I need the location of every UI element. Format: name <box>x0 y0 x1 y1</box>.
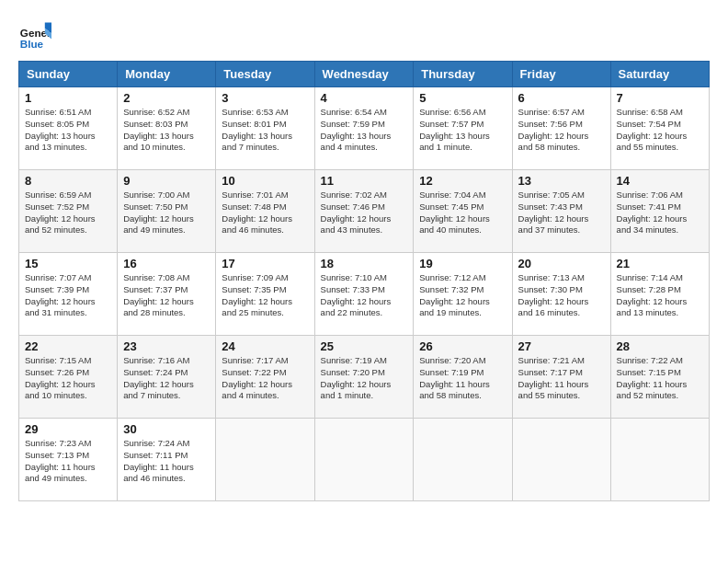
day-info: Sunrise: 6:56 AM Sunset: 7:57 PM Dayligh… <box>419 107 506 154</box>
day-number: 25 <box>321 339 408 353</box>
day-info: Sunrise: 7:10 AM Sunset: 7:33 PM Dayligh… <box>321 272 408 319</box>
day-number: 13 <box>518 174 605 188</box>
day-info: Sunrise: 6:58 AM Sunset: 7:54 PM Dayligh… <box>617 107 703 154</box>
day-info: Sunrise: 7:17 AM Sunset: 7:22 PM Dayligh… <box>222 355 308 402</box>
day-number: 19 <box>419 257 506 270</box>
day-info: Sunrise: 7:21 AM Sunset: 7:17 PM Dayligh… <box>518 355 605 402</box>
day-info: Sunrise: 6:57 AM Sunset: 7:56 PM Dayligh… <box>518 107 605 154</box>
day-info: Sunrise: 7:24 AM Sunset: 7:11 PM Dayligh… <box>123 438 210 485</box>
calendar-cell: 29Sunrise: 7:23 AM Sunset: 7:13 PM Dayli… <box>19 419 118 501</box>
calendar-cell: 11Sunrise: 7:02 AM Sunset: 7:46 PM Dayli… <box>314 170 414 253</box>
calendar-cell: 18Sunrise: 7:10 AM Sunset: 7:33 PM Dayli… <box>314 253 414 336</box>
calendar-cell: 23Sunrise: 7:16 AM Sunset: 7:24 PM Dayli… <box>118 336 216 419</box>
day-info: Sunrise: 7:13 AM Sunset: 7:30 PM Dayligh… <box>518 272 605 319</box>
day-number: 1 <box>25 91 111 105</box>
calendar-cell: 3Sunrise: 6:53 AM Sunset: 8:01 PM Daylig… <box>216 87 314 170</box>
day-header-wednesday: Wednesday <box>314 62 414 87</box>
day-info: Sunrise: 7:04 AM Sunset: 7:45 PM Dayligh… <box>419 190 506 236</box>
day-number: 12 <box>419 174 506 188</box>
calendar-body: 1Sunrise: 6:51 AM Sunset: 8:05 PM Daylig… <box>19 87 710 501</box>
calendar-week-3: 15Sunrise: 7:07 AM Sunset: 7:39 PM Dayli… <box>19 253 710 336</box>
day-info: Sunrise: 6:54 AM Sunset: 7:59 PM Dayligh… <box>321 107 408 154</box>
calendar-cell: 14Sunrise: 7:06 AM Sunset: 7:41 PM Dayli… <box>610 170 709 253</box>
day-info: Sunrise: 7:22 AM Sunset: 7:15 PM Dayligh… <box>617 355 703 402</box>
day-info: Sunrise: 7:20 AM Sunset: 7:19 PM Dayligh… <box>419 355 506 402</box>
calendar-week-5: 29Sunrise: 7:23 AM Sunset: 7:13 PM Dayli… <box>19 419 710 501</box>
day-number: 11 <box>321 174 408 188</box>
day-header-friday: Friday <box>512 62 610 87</box>
day-number: 14 <box>617 174 703 188</box>
calendar-cell <box>314 419 414 501</box>
day-info: Sunrise: 7:16 AM Sunset: 7:24 PM Dayligh… <box>123 355 210 402</box>
day-number: 15 <box>25 257 111 270</box>
day-info: Sunrise: 7:23 AM Sunset: 7:13 PM Dayligh… <box>25 438 111 485</box>
day-number: 20 <box>518 257 605 270</box>
day-number: 24 <box>222 339 308 353</box>
day-number: 23 <box>123 339 210 353</box>
calendar-cell: 10Sunrise: 7:01 AM Sunset: 7:48 PM Dayli… <box>216 170 314 253</box>
calendar-cell: 30Sunrise: 7:24 AM Sunset: 7:11 PM Dayli… <box>118 419 216 501</box>
calendar-cell: 7Sunrise: 6:58 AM Sunset: 7:54 PM Daylig… <box>610 87 709 170</box>
day-info: Sunrise: 6:53 AM Sunset: 8:01 PM Dayligh… <box>222 107 308 154</box>
day-number: 5 <box>419 91 506 105</box>
calendar-cell: 20Sunrise: 7:13 AM Sunset: 7:30 PM Dayli… <box>512 253 610 336</box>
calendar-cell <box>512 419 610 501</box>
day-info: Sunrise: 6:51 AM Sunset: 8:05 PM Dayligh… <box>25 107 111 154</box>
calendar-cell: 15Sunrise: 7:07 AM Sunset: 7:39 PM Dayli… <box>19 253 118 336</box>
calendar-cell: 19Sunrise: 7:12 AM Sunset: 7:32 PM Dayli… <box>414 253 512 336</box>
day-number: 7 <box>617 91 703 105</box>
calendar-cell <box>216 419 314 501</box>
day-info: Sunrise: 7:19 AM Sunset: 7:20 PM Dayligh… <box>321 355 408 402</box>
day-info: Sunrise: 7:15 AM Sunset: 7:26 PM Dayligh… <box>25 355 111 402</box>
calendar-cell: 5Sunrise: 6:56 AM Sunset: 7:57 PM Daylig… <box>414 87 512 170</box>
day-info: Sunrise: 7:08 AM Sunset: 7:37 PM Dayligh… <box>123 272 210 319</box>
day-number: 9 <box>123 174 210 188</box>
calendar-cell: 22Sunrise: 7:15 AM Sunset: 7:26 PM Dayli… <box>19 336 118 419</box>
day-number: 18 <box>321 257 408 270</box>
calendar-cell <box>414 419 512 501</box>
day-number: 8 <box>25 174 111 188</box>
day-number: 10 <box>222 174 308 188</box>
calendar-cell: 16Sunrise: 7:08 AM Sunset: 7:37 PM Dayli… <box>118 253 216 336</box>
day-info: Sunrise: 7:06 AM Sunset: 7:41 PM Dayligh… <box>617 190 703 236</box>
calendar-cell: 17Sunrise: 7:09 AM Sunset: 7:35 PM Dayli… <box>216 253 314 336</box>
day-number: 27 <box>518 339 605 353</box>
calendar-cell: 8Sunrise: 6:59 AM Sunset: 7:52 PM Daylig… <box>19 170 118 253</box>
day-number: 29 <box>25 422 111 436</box>
day-number: 30 <box>123 422 210 436</box>
calendar-table: SundayMondayTuesdayWednesdayThursdayFrid… <box>18 61 710 501</box>
day-info: Sunrise: 7:09 AM Sunset: 7:35 PM Dayligh… <box>222 272 308 319</box>
calendar-cell: 9Sunrise: 7:00 AM Sunset: 7:50 PM Daylig… <box>118 170 216 253</box>
calendar-cell: 13Sunrise: 7:05 AM Sunset: 7:43 PM Dayli… <box>512 170 610 253</box>
day-number: 2 <box>123 91 210 105</box>
calendar-cell: 2Sunrise: 6:52 AM Sunset: 8:03 PM Daylig… <box>118 87 216 170</box>
day-info: Sunrise: 7:12 AM Sunset: 7:32 PM Dayligh… <box>419 272 506 319</box>
calendar-cell: 21Sunrise: 7:14 AM Sunset: 7:28 PM Dayli… <box>610 253 709 336</box>
calendar-cell: 25Sunrise: 7:19 AM Sunset: 7:20 PM Dayli… <box>314 336 414 419</box>
day-info: Sunrise: 6:59 AM Sunset: 7:52 PM Dayligh… <box>25 190 111 236</box>
calendar-cell <box>610 419 709 501</box>
day-header-saturday: Saturday <box>610 62 709 87</box>
logo-icon: General Blue <box>18 18 51 52</box>
day-number: 6 <box>518 91 605 105</box>
day-info: Sunrise: 7:07 AM Sunset: 7:39 PM Dayligh… <box>25 272 111 319</box>
calendar-header-row: SundayMondayTuesdayWednesdayThursdayFrid… <box>19 62 710 87</box>
day-number: 28 <box>617 339 703 353</box>
calendar-cell: 27Sunrise: 7:21 AM Sunset: 7:17 PM Dayli… <box>512 336 610 419</box>
day-info: Sunrise: 7:05 AM Sunset: 7:43 PM Dayligh… <box>518 190 605 236</box>
svg-text:Blue: Blue <box>20 38 44 50</box>
calendar-week-4: 22Sunrise: 7:15 AM Sunset: 7:26 PM Dayli… <box>19 336 710 419</box>
calendar-cell: 4Sunrise: 6:54 AM Sunset: 7:59 PM Daylig… <box>314 87 414 170</box>
day-number: 16 <box>123 257 210 270</box>
day-number: 22 <box>25 339 111 353</box>
day-header-thursday: Thursday <box>414 62 512 87</box>
day-header-sunday: Sunday <box>19 62 118 87</box>
calendar-cell: 26Sunrise: 7:20 AM Sunset: 7:19 PM Dayli… <box>414 336 512 419</box>
day-number: 17 <box>222 257 308 270</box>
day-info: Sunrise: 6:52 AM Sunset: 8:03 PM Dayligh… <box>123 107 210 154</box>
calendar-week-1: 1Sunrise: 6:51 AM Sunset: 8:05 PM Daylig… <box>19 87 710 170</box>
day-info: Sunrise: 7:00 AM Sunset: 7:50 PM Dayligh… <box>123 190 210 236</box>
day-number: 3 <box>222 91 308 105</box>
day-header-monday: Monday <box>118 62 216 87</box>
day-info: Sunrise: 7:14 AM Sunset: 7:28 PM Dayligh… <box>617 272 703 319</box>
